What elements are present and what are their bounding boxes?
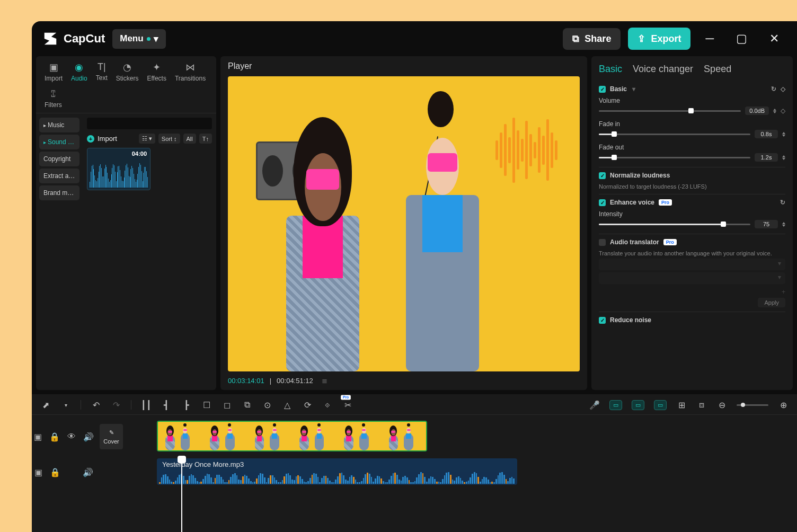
sidebar-item-brand-music[interactable]: Brand music (39, 185, 79, 200)
trim-right-icon[interactable]: ┣ (181, 400, 192, 410)
fadeout-slider[interactable] (599, 157, 750, 158)
timeline-zoom-slider[interactable] (737, 404, 768, 406)
fadein-value[interactable]: 0.8s (755, 130, 778, 138)
cover-button[interactable]: ✎ Cover (100, 424, 123, 449)
media-panel: ▣Import ◉Audio T|Text ◔Stickers ✦Effects… (36, 56, 216, 390)
zoom-in-icon[interactable]: ⊕ (778, 400, 789, 410)
translator-target-select[interactable] (599, 272, 785, 284)
enhance-reset-icon[interactable]: ↻ (780, 199, 785, 206)
volume-label: Volume (599, 97, 785, 104)
auto-tool-2[interactable]: ▭ (632, 400, 644, 410)
media-tab-audio[interactable]: ◉Audio (67, 59, 92, 86)
media-tab-transitions[interactable]: ⋈Transitions (171, 59, 210, 86)
video-clip[interactable] (157, 421, 427, 451)
translator-checkbox[interactable] (599, 239, 606, 246)
menu-button[interactable]: Menu ▾ (112, 29, 165, 49)
media-search-input[interactable] (87, 118, 212, 129)
media-tab-effects[interactable]: ✦Effects (143, 59, 170, 86)
filter-all-button[interactable]: All (183, 134, 196, 144)
window-close-button[interactable]: ✕ (762, 29, 786, 49)
trim-left-icon[interactable]: ┫ (161, 400, 172, 410)
track-preview-icon[interactable]: ▣ (34, 467, 42, 477)
auto-tool-1[interactable]: ▭ (609, 400, 622, 410)
track-lock-icon[interactable]: 🔒 (50, 467, 60, 477)
track-mute-icon[interactable]: 🔊 (83, 432, 94, 442)
player-title: Player (228, 61, 580, 71)
selection-tool-icon[interactable]: ⬈ (40, 400, 51, 410)
window-minimize-button[interactable]: ─ (698, 29, 721, 49)
volume-slider[interactable] (599, 110, 741, 112)
fadeout-value[interactable]: 1.2s (755, 153, 778, 162)
auto-tool-3[interactable]: ▭ (654, 400, 667, 410)
props-tab-basic[interactable]: Basic (599, 64, 622, 75)
preview-tool-icon[interactable]: ⊙ (262, 400, 272, 410)
props-tab-speed[interactable]: Speed (704, 64, 731, 75)
media-tab-text[interactable]: T|Text (92, 59, 112, 86)
share-button[interactable]: ⧉ Share (563, 28, 621, 50)
crop-tool-icon[interactable]: ⟐ (322, 400, 333, 410)
sidebar-item-copyright[interactable]: Copyright (39, 152, 79, 166)
tool-dropdown-icon[interactable]: ▾ (60, 400, 71, 410)
timeline-toolbar: ⬈ ▾ ↶ ↷ ┃┃ ┫ ┣ ☐ ◻ ⧉ ⊙ △ ⟳ ⟐ ✂Pro 🎤 ▭ ▭ … (32, 397, 797, 415)
fadeout-stepper[interactable] (782, 155, 785, 160)
sort-button[interactable]: Sort ↕ (158, 134, 180, 144)
redo-button[interactable]: ↷ (111, 400, 121, 410)
track-mute-icon[interactable]: 🔊 (83, 467, 93, 477)
window-maximize-button[interactable]: ▢ (729, 29, 755, 49)
intensity-slider[interactable] (599, 224, 750, 225)
preview-person-2 (397, 112, 489, 371)
auto-cut-tool-icon[interactable]: ✂Pro (342, 400, 353, 410)
import-button[interactable]: + Import (87, 135, 117, 143)
mirror-tool-icon[interactable]: △ (282, 400, 293, 410)
split-tool-icon[interactable]: ┃┃ (141, 400, 152, 410)
timeline-playhead[interactable] (181, 462, 182, 532)
enhance-checkbox[interactable]: ✓ (599, 199, 606, 206)
text-size-button[interactable]: T↑ (199, 134, 212, 144)
volume-stepper[interactable] (773, 109, 776, 113)
text-icon: T| (98, 61, 106, 73)
video-track-lane[interactable] (130, 419, 797, 454)
translator-add-row[interactable]: + (599, 286, 785, 298)
volume-value[interactable]: 0.0dB (745, 107, 769, 115)
props-tab-voice-changer[interactable]: Voice changer (633, 64, 693, 75)
track-preview-icon[interactable]: ▣ (34, 432, 42, 442)
track-lock-icon[interactable]: 🔒 (49, 432, 60, 442)
sidebar-item-extract-audio[interactable]: Extract audio (39, 169, 79, 183)
player-options-icon[interactable]: ≣ (322, 377, 327, 385)
layout-toggle-button[interactable]: ☷ ▾ (139, 134, 155, 144)
media-thumbnail[interactable]: 04:00 (87, 148, 150, 190)
normalize-checkbox[interactable]: ✓ (599, 172, 606, 179)
export-button[interactable]: ⇪ Export (628, 28, 690, 50)
basic-keyframe-icon[interactable]: ◇ (781, 85, 785, 93)
align-tool-icon[interactable]: ⊞ (676, 400, 687, 410)
basic-reset-icon[interactable]: ↻ (771, 85, 776, 93)
sidebar-item-sound-effects[interactable]: ▸Sound effe... (39, 135, 79, 149)
media-tab-stickers[interactable]: ◔Stickers (112, 59, 143, 86)
translator-source-select[interactable] (599, 259, 785, 270)
microphone-icon[interactable]: 🎤 (589, 400, 600, 410)
media-tab-import[interactable]: ▣Import (40, 59, 67, 86)
fadein-stepper[interactable] (782, 132, 785, 137)
media-tab-filters[interactable]: ⑄Filters (40, 86, 66, 113)
translator-description: Translate your audio into another langua… (599, 250, 785, 256)
audio-clip[interactable]: Yesterday Once More.mp3 (157, 458, 517, 485)
zoom-out-icon[interactable]: ⊖ (716, 400, 727, 410)
track-visibility-icon[interactable]: 👁 (67, 432, 76, 442)
sidebar-item-music[interactable]: ▸Music (39, 118, 79, 132)
reduce-noise-checkbox[interactable]: ✓ (599, 317, 606, 324)
rotate-tool-icon[interactable]: ⟳ (302, 400, 313, 410)
audio-track-lane[interactable]: Yesterday Once More.mp3 (130, 457, 797, 487)
marker-tool-icon[interactable]: ◻ (222, 400, 232, 410)
apply-button[interactable]: Apply (758, 298, 785, 307)
undo-button[interactable]: ↶ (91, 400, 101, 410)
copy-tool-icon[interactable]: ⧉ (242, 400, 252, 410)
intensity-value[interactable]: 75 (755, 220, 778, 228)
intensity-stepper[interactable] (782, 222, 785, 227)
fadeout-label: Fade out (599, 144, 785, 151)
basic-checkbox[interactable]: ✓ (599, 86, 606, 93)
player-preview[interactable] (228, 76, 580, 371)
snapping-icon[interactable]: ⧈ (696, 400, 707, 410)
fadein-slider[interactable] (599, 134, 750, 135)
delete-tool-icon[interactable]: ☐ (201, 400, 212, 410)
volume-keyframe-icon[interactable]: ◇ (781, 107, 785, 114)
